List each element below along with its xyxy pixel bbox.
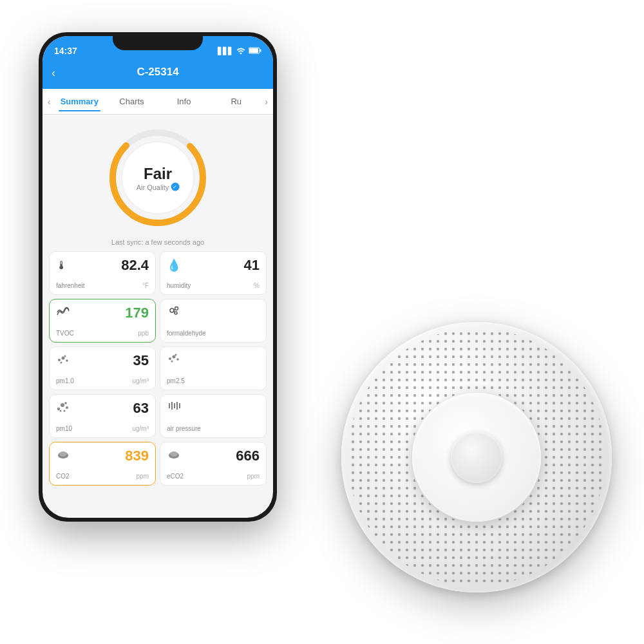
svg-point-25 (64, 402, 67, 404)
tab-ru[interactable]: Ru (210, 91, 262, 111)
tab-summary[interactable]: Summary (53, 91, 106, 111)
pm1-unit: ug/m³ (132, 377, 149, 384)
svg-rect-2 (260, 49, 261, 52)
check-icon: ✓ (171, 183, 179, 191)
gauge-label: Fair (137, 165, 180, 183)
tab-charts[interactable]: Charts (106, 91, 158, 111)
svg-point-18 (176, 358, 179, 361)
status-time: 14:37 (54, 46, 77, 56)
sensor-card-formaldehyde[interactable]: formaldehyde (160, 299, 267, 343)
sensor-top-co2: 839 (56, 448, 149, 464)
sync-text: Last sync: a few seconds ago (43, 236, 273, 251)
co2-icon (56, 449, 70, 464)
pm10-icon (56, 401, 70, 416)
pm1-value: 35 (133, 352, 149, 369)
device-inner-circle (412, 393, 541, 522)
sensor-bottom-eco2: eCO2 ppm (167, 473, 260, 480)
sensor-top-pm1: 35 (56, 352, 149, 369)
sensor-bottom-pm10: pm10 ug/m³ (56, 425, 149, 432)
sensor-card-humidity[interactable]: 💧 41 humidity % (160, 251, 267, 295)
pm10-unit: ug/m³ (132, 425, 149, 432)
tab-arrow-left[interactable]: ‹ (45, 97, 53, 107)
svg-point-11 (58, 359, 61, 361)
wifi-icon (236, 46, 245, 55)
gauge-sublabel: Air Quality ✓ (137, 183, 180, 191)
sensor-top-humidity: 💧 41 (167, 257, 260, 274)
svg-point-14 (61, 361, 62, 363)
svg-point-17 (173, 355, 176, 359)
svg-rect-1 (249, 48, 258, 53)
eco2-unit: ppm (247, 473, 260, 480)
battery-icon (249, 47, 261, 55)
gauge-inner: Fair Air Quality ✓ (137, 165, 180, 191)
sensor-top-eco2: 666 (167, 448, 260, 464)
svg-point-16 (169, 357, 171, 360)
sensor-card-pm1[interactable]: 35 pm1.0 ug/m³ (49, 346, 156, 390)
humidity-name: humidity (167, 282, 191, 289)
back-button[interactable]: ‹ (52, 66, 55, 80)
gauge-outer: Fair Air Quality ✓ (106, 126, 209, 229)
header-bar: ‹ C-25314 (43, 61, 273, 89)
svg-point-19 (171, 361, 173, 363)
sensor-top-airpressure (167, 400, 260, 415)
eco2-value: 666 (236, 448, 260, 464)
pm10-name: pm10 (56, 425, 72, 432)
svg-line-10 (174, 311, 175, 312)
svg-point-26 (64, 410, 66, 412)
sensor-card-pm25[interactable]: pm2.5 (160, 346, 267, 390)
svg-point-21 (57, 407, 60, 410)
sensor-bottom-pm1: pm1.0 ug/m³ (56, 377, 149, 384)
svg-point-23 (66, 406, 68, 409)
svg-point-33 (59, 451, 67, 457)
pm10-value: 63 (133, 400, 149, 417)
svg-point-35 (170, 451, 178, 457)
tabs-bar: ‹ Summary Charts Info Ru › (43, 89, 273, 115)
pm25-name: pm2.5 (167, 377, 185, 384)
airpressure-icon (167, 400, 181, 415)
sensor-top-pm10: 63 (56, 400, 149, 417)
gauge-area: Fair Air Quality ✓ (43, 115, 273, 236)
formaldehyde-icon (167, 305, 181, 319)
status-icons: ▋▋▋ (218, 46, 261, 55)
phone-screen: 14:37 ▋▋▋ (43, 36, 273, 518)
eco2-icon (167, 449, 181, 464)
sensor-card-pm10[interactable]: 63 pm10 ug/m³ (49, 394, 156, 438)
airpressure-name: air pressure (167, 425, 201, 432)
pm1-name: pm1.0 (56, 377, 74, 384)
phone-notch (113, 32, 203, 50)
sensor-bottom-pm25: pm2.5 (167, 377, 260, 384)
tvoc-value: 179 (125, 305, 149, 321)
svg-point-12 (62, 356, 65, 359)
sensor-card-airpressure[interactable]: air pressure (160, 394, 267, 438)
svg-point-6 (170, 308, 174, 312)
tab-info[interactable]: Info (158, 91, 210, 111)
sensor-bottom-tvoc: TVOC ppb (56, 330, 149, 337)
sensor-card-temperature[interactable]: 🌡 82.4 fahrenheit °F (49, 251, 156, 295)
co2-unit: ppm (137, 473, 149, 480)
device-outer (341, 322, 612, 592)
tvoc-unit: ppb (138, 330, 149, 337)
humidity-value: 41 (244, 257, 260, 274)
sensor-bottom-airpressure: air pressure (167, 425, 260, 432)
temperature-value: 82.4 (121, 257, 149, 274)
tab-arrow-right[interactable]: › (262, 97, 270, 107)
svg-point-15 (64, 355, 66, 357)
device-button[interactable] (451, 431, 502, 483)
svg-point-20 (175, 354, 177, 356)
temperature-icon: 🌡 (56, 259, 68, 272)
sensor-card-eco2[interactable]: 666 eCO2 ppm (160, 442, 267, 486)
temperature-name: fahrenheit (56, 282, 84, 289)
co2-value: 839 (125, 448, 149, 464)
humidity-unit: % (254, 282, 260, 289)
sensor-top-formaldehyde (167, 305, 260, 319)
pm1-icon (56, 354, 70, 368)
sensor-card-co2[interactable]: 839 CO2 ppm (49, 442, 156, 486)
sensor-card-tvoc[interactable]: 179 TVOC ppb (49, 299, 156, 343)
sensor-top-pm25 (167, 352, 260, 367)
tvoc-name: TVOC (56, 330, 74, 337)
sensor-grid: 🌡 82.4 fahrenheit °F 💧 41 humidi (43, 251, 273, 492)
svg-point-24 (60, 410, 62, 412)
scene: 14:37 ▋▋▋ (0, 0, 644, 644)
phone: 14:37 ▋▋▋ (39, 32, 277, 522)
svg-point-22 (61, 403, 64, 407)
